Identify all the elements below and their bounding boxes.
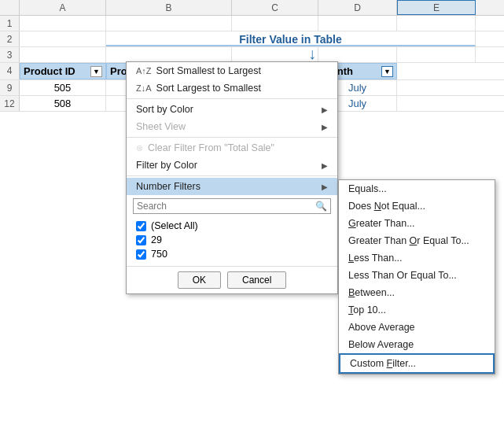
submenu-below-average[interactable]: Below Average: [339, 336, 495, 353]
sheet-view-arrow: ▶: [322, 123, 328, 131]
search-icon: 🔍: [315, 201, 327, 212]
submenu-below-average-label: Below Average: [348, 339, 414, 350]
col-header-c: C: [232, 0, 318, 15]
submenu-less-than[interactable]: Less Than...: [339, 249, 495, 267]
cell-3-c: [106, 47, 232, 62]
cell-9-product-id: 505: [20, 80, 106, 95]
column-headers: A B C D E: [0, 0, 504, 16]
submenu-less-than-label: Less Than...: [348, 253, 403, 264]
check-29-label: 29: [151, 234, 162, 245]
row-num-9: 9: [0, 80, 20, 95]
submenu-less-than-equal-label: Less Than Or Equal To...: [348, 270, 457, 281]
submenu-less-than-equal[interactable]: Less Than Or Equal To...: [339, 267, 495, 284]
clear-filter-icon: ⊗: [136, 143, 143, 153]
submenu-greater-than[interactable]: Greater Than...: [339, 215, 495, 232]
cell-3-b: [20, 47, 106, 62]
checkbox-29[interactable]: [136, 235, 146, 245]
col-header-a: A: [20, 0, 106, 15]
sort-by-color-label: Sort by Color: [136, 104, 193, 115]
submenu-custom-filter-label: Custom Filter...: [350, 358, 416, 369]
check-select-all[interactable]: (Select All): [136, 219, 328, 233]
filter-indicator-arrow: ↓: [308, 45, 316, 63]
cell-1-e: [318, 16, 397, 31]
submenu-greater-than-equal[interactable]: Greater Than Or Equal To...: [339, 232, 495, 249]
number-filters[interactable]: Number Filters ▶: [127, 178, 337, 195]
submenu-above-average-label: Above Average: [348, 322, 415, 333]
sort-smallest-largest[interactable]: A↑Z Sort Smallest to Largest: [127, 62, 337, 79]
sort-by-color-arrow: ▶: [322, 105, 328, 114]
submenu-does-not-equal[interactable]: Does Not Equal...: [339, 197, 495, 215]
number-filters-arrow: ▶: [322, 183, 328, 191]
cell-12-product-id: 508: [20, 96, 106, 111]
cell-3-e: [318, 47, 397, 62]
cell-1-f: [397, 16, 476, 31]
number-filters-label: Number Filters: [136, 181, 200, 192]
spreadsheet: A B C D E 1 2 Filter Value in Table 3: [0, 0, 504, 439]
filter-by-color-label: Filter by Color: [136, 160, 197, 171]
separator-3: [127, 175, 337, 176]
check-750[interactable]: 750: [136, 247, 328, 261]
row-1: 1: [0, 16, 504, 31]
submenu-above-average[interactable]: Above Average: [339, 319, 495, 336]
cell-1-c: [106, 16, 232, 31]
filter-btn-product-id[interactable]: ▼: [90, 66, 102, 77]
separator-1: [127, 98, 337, 99]
col-header-e: E: [397, 0, 476, 15]
filter-checklist: (Select All) 29 750: [127, 217, 337, 263]
check-750-label: 750: [151, 249, 167, 260]
sort-desc-icon: Z↓A: [136, 83, 152, 93]
sheet-view: Sheet View ▶: [127, 118, 337, 135]
sort-by-color[interactable]: Sort by Color ▶: [127, 101, 337, 118]
row-num-1: 1: [0, 16, 20, 31]
submenu-greater-than-equal-label: Greater Than Or Equal To...: [348, 235, 469, 246]
row-2: 2 Filter Value in Table: [0, 31, 504, 47]
row-num-4: 4: [0, 63, 20, 79]
number-filters-submenu: Equals... Does Not Equal... Greater Than…: [338, 179, 495, 374]
cell-1-d: [232, 16, 318, 31]
row-num-3: 3: [0, 47, 20, 62]
filter-dropdown: A↑Z Sort Smallest to Largest Z↓A Sort La…: [126, 61, 338, 294]
filter-btn-month[interactable]: ▼: [381, 66, 393, 77]
checkbox-select-all[interactable]: [136, 221, 146, 231]
submenu-does-not-equal-label: Does Not Equal...: [348, 201, 425, 212]
sort-largest-label: Sort Largest to Smallest: [156, 83, 261, 94]
filter-by-color[interactable]: Filter by Color ▶: [127, 157, 337, 174]
col-header-d: D: [318, 0, 397, 15]
submenu-between-label: Between...: [348, 287, 395, 298]
cell-1-b: [20, 16, 106, 31]
check-29[interactable]: 29: [136, 233, 328, 247]
sort-largest-smallest[interactable]: Z↓A Sort Largest to Smallest: [127, 79, 337, 97]
dialog-buttons: OK Cancel: [127, 266, 337, 293]
checkbox-750[interactable]: [136, 249, 146, 260]
separator-2: [127, 137, 337, 138]
sort-asc-icon: A↑Z: [136, 66, 152, 76]
submenu-equals-label: Equals...: [348, 183, 387, 194]
submenu-greater-than-label: Greater Than...: [348, 218, 415, 229]
cancel-button[interactable]: Cancel: [227, 271, 286, 289]
row-num-2: 2: [0, 31, 20, 46]
col-header-row: [0, 0, 20, 15]
cell-3-d: [232, 47, 318, 62]
submenu-between[interactable]: Between...: [339, 284, 495, 301]
sort-smallest-label: Sort Smallest to Largest: [156, 65, 261, 76]
ok-button[interactable]: OK: [178, 271, 221, 289]
col-header-b: B: [106, 0, 232, 15]
row-3: 3: [0, 47, 504, 63]
cell-3-f: [397, 47, 476, 62]
row-num-12: 12: [0, 96, 20, 111]
submenu-top10-label: Top 10...: [348, 304, 386, 315]
header-product-id: Product ID ▼: [20, 63, 106, 79]
filter-by-color-arrow: ▶: [322, 161, 328, 170]
clear-filter-label: Clear Filter From "Total Sale": [148, 142, 274, 153]
submenu-equals[interactable]: Equals...: [339, 180, 495, 197]
filter-search-input[interactable]: [137, 201, 315, 212]
cell-2-b: [20, 31, 106, 46]
spreadsheet-title: Filter Value in Table: [106, 31, 476, 46]
check-select-all-label: (Select All): [151, 220, 198, 231]
submenu-top10[interactable]: Top 10...: [339, 301, 495, 319]
sheet-view-label: Sheet View: [136, 121, 186, 132]
clear-filter: ⊗ Clear Filter From "Total Sale": [127, 139, 337, 157]
submenu-custom-filter[interactable]: Custom Filter...: [339, 353, 495, 374]
filter-search-box[interactable]: 🔍: [133, 198, 331, 214]
